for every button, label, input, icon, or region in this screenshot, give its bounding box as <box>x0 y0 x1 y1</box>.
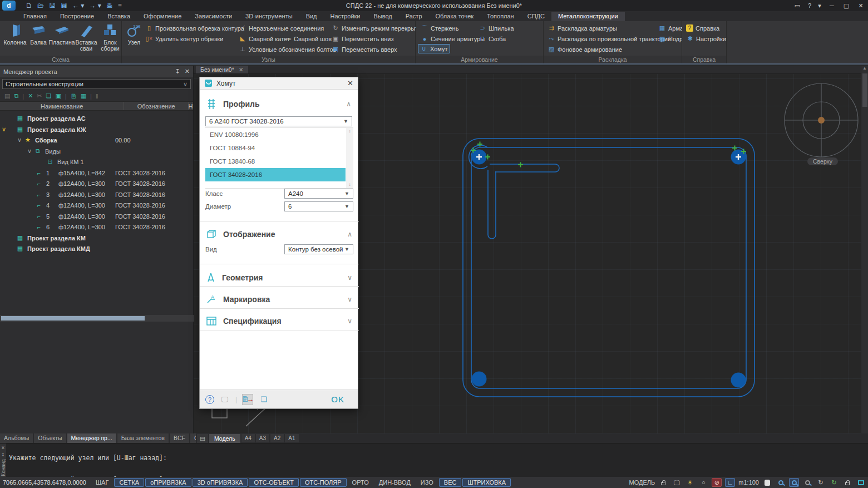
chevron-up-icon[interactable]: ∧ <box>346 100 351 108</box>
toggle-oprivyazka[interactable]: оПРИВЯЗКА <box>145 478 191 487</box>
ribbon-btn-nastroyki[interactable]: ✱Настройки <box>684 34 728 43</box>
model-space-label[interactable]: МОДЕЛЬ <box>629 479 655 486</box>
ribbon-btn-spravka[interactable]: ?Справка <box>684 23 721 33</box>
close-panel-icon[interactable]: ✕ <box>185 68 190 75</box>
open-project-icon[interactable]: ⧉ <box>14 92 18 100</box>
expander-icon[interactable]: ∨ <box>16 136 23 144</box>
command-line-panel[interactable]: ✕ ↧ Команд Укажите следующий узел или [U… <box>0 443 868 477</box>
tab-3d-instrumenty[interactable]: 3D-инструменты <box>239 12 299 21</box>
ribbon-btn-oboznacheniya-boltov[interactable]: ⊥Условные обозначения болтов <box>237 45 338 54</box>
annotation-visibility-icon[interactable]: ⊘ <box>712 478 722 487</box>
tree-row-proekt-kzh[interactable]: ∨ ▦ Проект раздела КЖ <box>0 124 193 135</box>
expander-icon[interactable]: ∨ <box>0 126 8 133</box>
diameter-combobox[interactable]: 6▼ <box>284 201 353 211</box>
tree-row-rebar-6[interactable]: ⌐ 6 ф12А400, L=300 ГОСТ 34028-2016 <box>0 221 193 232</box>
view-combobox[interactable]: Контур без осевой▼ <box>284 244 353 254</box>
pin-icon[interactable]: ↧ <box>175 68 180 75</box>
class-combobox[interactable]: А240▼ <box>284 189 353 199</box>
print-icon[interactable]: 🖶 <box>106 2 113 9</box>
tab-vid[interactable]: Вид <box>299 12 324 21</box>
tab-oformlenie[interactable]: Оформление <box>137 12 188 21</box>
undo-icon[interactable]: ← ▾ <box>72 2 84 9</box>
toggle-setka[interactable]: СЕТКА <box>114 478 144 487</box>
dialog-help-icon[interactable]: ? <box>205 395 214 404</box>
column-extra[interactable]: Н <box>189 102 193 110</box>
scroll-up-icon[interactable]: ▲ <box>861 66 868 71</box>
toggle-3d-oprivyazka[interactable]: 3D оПРИВЯЗКА <box>193 478 248 487</box>
ribbon-btn-peremestit-vniz[interactable]: ▣Переместить вниз <box>330 34 396 43</box>
list-scrollbar[interactable]: ↑ ↓ <box>346 128 353 188</box>
tree-row-rebar-5[interactable]: ⌐ 5 ф12А400, L=300 ГОСТ 34028-2016 <box>0 211 193 221</box>
tree-row-proekt-km[interactable]: ▦ Проект раздела КМ <box>0 233 193 243</box>
fullscreen-icon[interactable] <box>856 478 866 487</box>
section-profil[interactable]: Профиль ∧ <box>200 92 358 116</box>
minimize-button[interactable]: ─ <box>825 0 839 11</box>
dialog-copy-icon[interactable]: ❏ <box>258 394 269 405</box>
profile-combobox[interactable]: 6 А240 ГОСТ 34028-2016 ▼ <box>205 116 352 126</box>
ribbon-btn-kolonna[interactable]: Колонна <box>3 22 27 56</box>
tree-row-proekt-as[interactable]: ▦ Проект раздела АС <box>0 113 193 124</box>
tab-nastroyki[interactable]: Настройки <box>324 12 367 21</box>
ribbon-btn-blok-sborki[interactable]: Блок сборки <box>99 22 121 56</box>
chevron-down-icon[interactable]: ∨ <box>347 295 352 303</box>
tree-row-rebar-1[interactable]: ⌐ 1 ф15А400, L=842 ГОСТ 34028-2016 <box>0 167 193 178</box>
toggle-shtrikhovka[interactable]: ШТРИХОВКА <box>462 478 511 487</box>
save-all-icon[interactable]: 🖬 <box>61 2 67 9</box>
dialog-titlebar[interactable]: Хомут ✕ <box>200 77 358 90</box>
layout-tab-a2[interactable]: A2 <box>270 434 284 442</box>
tab-zavisimosti[interactable]: Зависимости <box>188 12 239 21</box>
tab-bcf[interactable]: BCF <box>170 433 189 443</box>
toggle-orto[interactable]: ОРТО <box>348 478 373 487</box>
tree-row-proekt-kmd[interactable]: ▦ Проект раздела КМД <box>0 243 193 254</box>
save-icon[interactable]: 🖫 <box>49 2 56 9</box>
vscroll-thumb[interactable] <box>862 73 867 107</box>
customize-qat-icon[interactable]: ≡ <box>118 2 122 9</box>
list-item[interactable]: ГОСТ 10884-94 <box>205 141 353 155</box>
copy-icon[interactable]: ❏ <box>46 92 52 100</box>
section-otobrazhenie[interactable]: Отображение ∧ <box>200 223 359 245</box>
column-name[interactable]: Наименование <box>0 102 124 110</box>
dialog-export-icon[interactable]: 🖹→ <box>242 394 253 405</box>
tree-row-rebar-2[interactable]: ⌐ 2 ф12А400, L=300 ГОСТ 34028-2016 <box>0 178 193 189</box>
cursor-light-icon[interactable]: ☀ <box>685 478 695 487</box>
ucs-icon[interactable]: ∟ <box>725 478 735 487</box>
zoom-window-icon[interactable] <box>789 478 799 487</box>
expander-icon[interactable]: ∨ <box>26 147 33 155</box>
pan-hand-icon[interactable] <box>762 478 772 487</box>
column-designation[interactable]: Обозначение <box>124 102 189 110</box>
ribbon-btn-plastina[interactable]: Пластина <box>50 22 73 56</box>
tab-spds[interactable]: СПДС <box>521 12 551 21</box>
monitor-icon[interactable]: 🖵 <box>672 478 682 487</box>
tab-vyvod[interactable]: Вывод <box>367 12 398 21</box>
ribbon-btn-vstavka-svai[interactable]: Вставка сваи <box>73 22 99 56</box>
scroll-down-icon[interactable]: ↓ <box>346 182 353 187</box>
ribbon-btn-khomut[interactable]: ∪Хомут <box>418 44 450 53</box>
open-file-icon[interactable]: 🗁 <box>37 2 44 9</box>
ribbon-btn-sechenie-armatury[interactable]: ●Сечение арматуры <box>419 34 486 43</box>
display-switch-icon[interactable]: ▭ <box>790 0 805 11</box>
section-spetsifikatsiya[interactable]: Спецификация ∨ <box>200 310 359 332</box>
ribbon-btn-raskladka-traektoriya[interactable]: ⤳Раскладка по произвольной траектории <box>546 34 673 43</box>
new-file-icon[interactable]: 🗋 <box>26 2 32 9</box>
gost-listbox[interactable]: ENV 10080:1996 ГОСТ 10884-94 ГОСТ 13840-… <box>205 127 353 189</box>
tree-row-rebar-4[interactable]: ⌐ 4 ф12А400, L=300 ГОСТ 34028-2016 <box>0 200 193 210</box>
list-item[interactable]: ENV 10080:1996 <box>205 128 353 141</box>
panel-hscrollbar[interactable] <box>0 315 194 322</box>
close-button[interactable]: ✕ <box>854 0 868 11</box>
ribbon-btn-sterzhen[interactable]: ⌒Стержень <box>419 23 460 33</box>
scroll-up-icon[interactable]: ↑ <box>346 128 353 134</box>
app-logo-icon[interactable]: d <box>2 1 16 11</box>
chevron-up-icon[interactable]: ∧ <box>347 230 352 238</box>
ribbon-btn-skoba[interactable]: ⊓Скоба <box>477 34 507 43</box>
ribbon-btn-raskladka-armatury[interactable]: ⇉Раскладка арматуры <box>546 23 619 33</box>
ribbon-btn-udalit-kontur[interactable]: ▯✕Удалить контур обрезки <box>144 34 225 43</box>
lock-icon[interactable] <box>658 478 668 487</box>
ui-lock-icon[interactable] <box>842 478 852 487</box>
project-type-combobox[interactable]: Строительные конструкции ∨ <box>2 79 191 89</box>
columns-icon[interactable]: ‖ <box>96 93 98 100</box>
section-markirovka[interactable]: A Маркировка ∨ <box>200 288 359 310</box>
pin-cmd-icon[interactable]: ↧ <box>2 452 4 457</box>
tree-row-vid-km1[interactable]: ⊡ Вид КМ 1 <box>0 156 193 167</box>
ribbon-btn-peremestit-vverh[interactable]: ▣Переместить вверх <box>330 45 399 54</box>
paste-icon[interactable]: ▣ <box>55 92 61 100</box>
